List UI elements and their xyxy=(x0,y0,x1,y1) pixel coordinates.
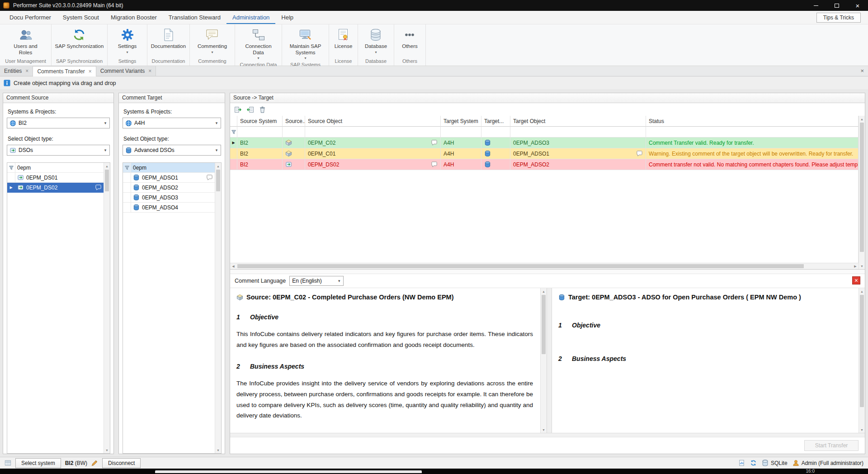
list-item-selected[interactable]: ▶ 0EPM_DS02 xyxy=(7,183,104,193)
menu-help[interactable]: Help xyxy=(275,11,299,24)
scrollbar-horizontal[interactable]: ◀ ▶ xyxy=(230,263,859,269)
target-object-type-combobox[interactable]: Advanced DSOs ▾ xyxy=(123,145,221,156)
splitter-vertical[interactable] xyxy=(547,288,552,433)
scroll-thumb[interactable] xyxy=(216,170,220,191)
mapping-row-valid[interactable]: ▶ BI2 0EPM_C02 A4H 0EPM_ADSO3 Comment Tr… xyxy=(230,137,859,148)
scroll-up-icon[interactable]: ▲ xyxy=(859,116,865,122)
transfer-in-icon[interactable] xyxy=(234,106,242,114)
scrollbar-vertical[interactable]: ▲ ▼ xyxy=(104,163,110,453)
tab-comments-transfer[interactable]: Comments Transfer × xyxy=(33,66,96,76)
scroll-down-icon[interactable]: ▼ xyxy=(215,447,221,453)
scroll-thumb[interactable] xyxy=(860,123,864,252)
menu-migration-booster[interactable]: Migration Booster xyxy=(105,11,163,24)
expand-arrow-icon[interactable]: ▶ xyxy=(9,186,12,190)
grid-filter-row[interactable] xyxy=(230,127,859,137)
close-all-tabs-icon[interactable]: × xyxy=(860,68,864,74)
tab-comment-variants[interactable]: Comment Variants × xyxy=(96,66,156,76)
scroll-down-icon[interactable]: ▼ xyxy=(541,427,547,433)
menu-docu-performer[interactable]: Docu Performer xyxy=(4,11,57,24)
list-item[interactable]: 0EPM_ADSO1 xyxy=(123,173,215,183)
scrollbar-vertical[interactable]: ▲ ▼ xyxy=(859,288,865,433)
windows-taskbar[interactable]: 16:0 xyxy=(0,469,868,474)
transfer-out-icon[interactable] xyxy=(246,106,254,114)
license-button[interactable]: License xyxy=(332,27,355,51)
tab-close-icon[interactable]: × xyxy=(148,68,151,74)
filter-row[interactable]: 0epm xyxy=(123,163,215,173)
sap-synchronization-button[interactable]: SAP Synchronization xyxy=(52,27,107,51)
column-header[interactable]: Source... xyxy=(283,116,305,127)
scroll-thumb[interactable] xyxy=(237,264,804,268)
column-header[interactable]: Source Object xyxy=(305,116,441,127)
scroll-right-icon[interactable]: ▶ xyxy=(852,263,859,270)
menu-system-scout[interactable]: System Scout xyxy=(57,11,105,24)
tab-close-icon[interactable]: × xyxy=(25,68,28,74)
column-header[interactable]: Source System xyxy=(237,116,283,127)
scroll-up-icon[interactable]: ▲ xyxy=(215,163,221,169)
scroll-up-icon[interactable]: ▲ xyxy=(859,288,865,294)
column-header[interactable]: Target... xyxy=(481,116,510,127)
delete-mapping-icon[interactable] xyxy=(259,106,266,114)
menu-administration[interactable]: Administration xyxy=(226,11,275,24)
status-bar: Select system BI2 (BW) Disconnect SQLite… xyxy=(0,457,868,469)
comment-icon xyxy=(205,28,219,42)
close-preview-button[interactable]: × xyxy=(852,276,860,284)
tab-close-icon[interactable]: × xyxy=(89,69,92,74)
chevron-down-icon: ▾ xyxy=(101,121,109,125)
disconnect-button[interactable]: Disconnect xyxy=(102,458,141,468)
target-system-combobox[interactable]: A4H ▾ xyxy=(123,118,221,128)
column-header[interactable]: Target System xyxy=(441,116,481,127)
source-preview-title: Source: 0EPM_C02 - Completed Purchase Or… xyxy=(236,294,533,301)
splitter-horizontal[interactable] xyxy=(230,433,865,437)
scroll-thumb[interactable] xyxy=(860,295,864,407)
edit-pencil-icon[interactable] xyxy=(91,460,98,466)
documentation-button[interactable]: Documentation xyxy=(148,27,189,51)
start-transfer-button[interactable]: Start Transfer xyxy=(804,440,859,451)
maximize-button[interactable] xyxy=(826,0,847,11)
list-item[interactable]: 0EPM_ADSO3 xyxy=(123,193,215,203)
settings-button[interactable]: Settings ▾ xyxy=(115,27,140,55)
scrollbar-vertical[interactable]: ▲ ▼ xyxy=(859,116,865,269)
source-system-combobox[interactable]: BI2 ▾ xyxy=(7,118,110,128)
ribbon-group-user-management: Users and Roles User Management xyxy=(0,24,52,66)
info-bar: Create object mapping via drag and drop xyxy=(0,76,868,90)
scroll-up-icon[interactable]: ▲ xyxy=(104,163,110,169)
mapping-row-error[interactable]: BI2 0EPM_DS02 A4H 0EPM_ADSO2 Comment tra… xyxy=(230,159,859,170)
close-window-button[interactable]: × xyxy=(847,0,868,11)
comment-language-combobox[interactable]: En (English) ▾ xyxy=(289,276,344,286)
commenting-button[interactable]: Commenting ▾ xyxy=(195,27,230,55)
expand-arrow-icon[interactable]: ▶ xyxy=(232,141,235,145)
scroll-down-icon[interactable]: ▼ xyxy=(859,263,865,269)
section-body[interactable]: The InfoCube provides insight into the d… xyxy=(236,378,533,421)
list-item[interactable]: 0EPM_ADSO4 xyxy=(123,203,215,213)
refresh-icon[interactable] xyxy=(750,460,757,466)
report-icon[interactable] xyxy=(738,460,745,466)
tab-entities[interactable]: Entities × xyxy=(0,66,33,76)
scroll-thumb[interactable] xyxy=(542,295,546,354)
scroll-down-icon[interactable]: ▼ xyxy=(104,447,110,453)
column-header[interactable]: Target Object xyxy=(510,116,646,127)
scroll-up-icon[interactable]: ▲ xyxy=(541,288,547,294)
tips-and-tricks-button[interactable]: Tips & Tricks xyxy=(816,13,861,23)
scroll-left-icon[interactable]: ◀ xyxy=(230,263,236,270)
filter-row[interactable]: 0epm xyxy=(7,163,104,173)
mapping-row-warning[interactable]: BI2 0EPM_C01 A4H 0EPM_ADSO1 Warning. Exi… xyxy=(230,148,859,159)
menu-translation-steward[interactable]: Translation Steward xyxy=(163,11,226,24)
scroll-thumb[interactable] xyxy=(105,170,109,191)
column-header[interactable]: Status xyxy=(646,116,859,127)
list-item[interactable]: 0EPM_DS01 xyxy=(7,173,104,183)
scroll-down-icon[interactable]: ▼ xyxy=(859,427,865,433)
minimize-button[interactable] xyxy=(806,0,826,11)
connection-data-button[interactable]: Connection Data ▾ xyxy=(240,27,278,61)
select-system-button[interactable]: Select system xyxy=(15,458,61,468)
users-and-roles-button[interactable]: Users and Roles xyxy=(8,27,43,57)
scrollbar-vertical[interactable]: ▲ ▼ xyxy=(215,163,221,453)
splitter-horizontal[interactable] xyxy=(230,270,865,274)
section-body[interactable]: This InfoCube contains delivery related … xyxy=(236,329,533,350)
list-item[interactable]: 0EPM_ADSO2 xyxy=(123,183,215,193)
database-button[interactable]: Database ▾ xyxy=(362,27,390,55)
scrollbar-vertical[interactable]: ▲ ▼ xyxy=(540,288,547,433)
others-button[interactable]: Others xyxy=(399,27,420,51)
maintain-sap-systems-button[interactable]: Maintain SAP Systems ▾ xyxy=(285,27,326,61)
source-object-type-combobox[interactable]: DSOs ▾ xyxy=(7,145,110,156)
source-preview-pane: Source: 0EPM_C02 - Completed Purchase Or… xyxy=(230,288,547,433)
